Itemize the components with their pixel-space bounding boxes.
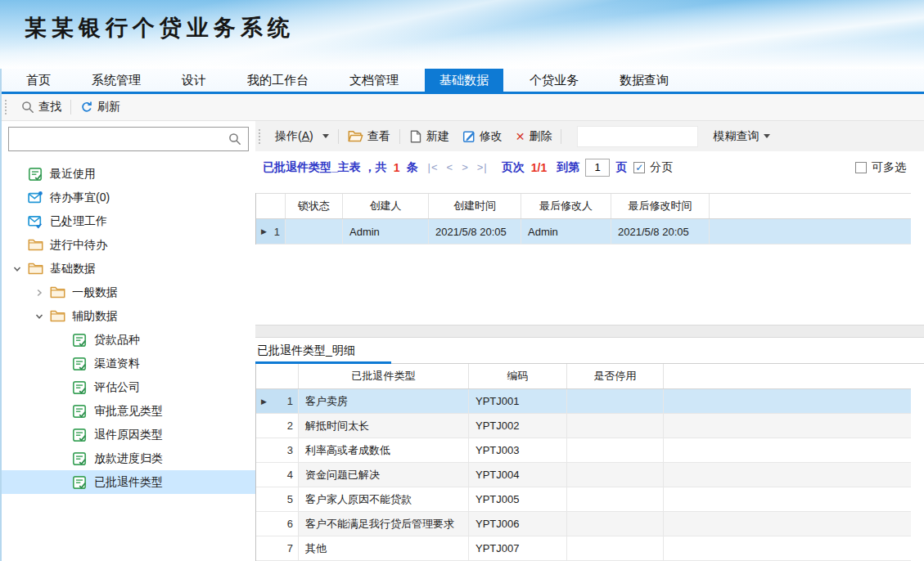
panel-separator[interactable] — [255, 325, 924, 338]
cell-modifier: Admin — [521, 219, 611, 244]
nav-tree: 最近使用 待办事宜(0) 已处理工作 进 — [2, 162, 255, 494]
tree-item-loan-variety[interactable]: 贷款品种 — [2, 328, 255, 352]
master-table-header: 锁状态 创建人 创建时间 最后修改人 最后修改时间 — [256, 193, 911, 219]
cell-code: YPTJ003 — [469, 438, 567, 462]
toolbar-grip[interactable] — [5, 100, 9, 114]
toolbar-divider — [70, 100, 71, 114]
row-selector[interactable]: 2 — [256, 414, 299, 438]
sidebar-search-input[interactable] — [9, 133, 228, 146]
row-selector[interactable]: ▶ 1 — [256, 219, 286, 244]
tab-basic-data[interactable]: 基础数据 — [425, 69, 503, 92]
action-menu-button[interactable]: 操作(A) — [268, 121, 336, 151]
tree-item-label: 进行中待办 — [50, 238, 107, 253]
cell-disabled — [567, 487, 664, 511]
chevron-down-icon[interactable] — [29, 312, 50, 321]
first-page-button[interactable]: |< — [428, 161, 439, 173]
refresh-button[interactable]: 刷新 — [74, 94, 127, 120]
multiselect-label: 可多选 — [872, 160, 906, 175]
row-selector[interactable]: 3 — [256, 438, 299, 462]
cell-code: YPTJ005 — [469, 487, 567, 511]
row-selector[interactable]: 6 — [256, 512, 299, 536]
tab-document-mgmt[interactable]: 文档管理 — [335, 69, 413, 92]
app-title: 某某银行个贷业务系统 — [25, 13, 295, 43]
toolbar-grip[interactable] — [259, 129, 263, 144]
tab-my-workbench[interactable]: 我的工作台 — [232, 69, 323, 92]
tree-item-loan-progress-class[interactable]: 放款进度归类 — [2, 447, 255, 470]
chevron-down-icon[interactable] — [7, 264, 28, 274]
tab-loan-business[interactable]: 个贷业务 — [515, 69, 593, 92]
new-document-icon — [409, 130, 422, 143]
master-table-title: 已批退件类型_主表 — [263, 160, 361, 175]
record-count: 1 — [394, 161, 400, 174]
prev-page-button[interactable]: < — [447, 161, 454, 173]
tree-item-todo[interactable]: 待办事宜(0) — [2, 186, 255, 209]
paging-label: 分页 — [650, 160, 673, 175]
tree-item-general-data[interactable]: 一般数据 — [2, 280, 255, 304]
row-number: 5 — [287, 493, 293, 505]
row-selector[interactable]: 4 — [256, 463, 299, 487]
column-header[interactable]: 创建时间 — [429, 194, 521, 218]
tree-item-inprogress[interactable]: 进行中待办 — [2, 233, 255, 257]
page-unit: 页 — [615, 160, 627, 175]
cell-code: YPTJ004 — [469, 463, 567, 487]
sidebar-search-box[interactable] — [8, 127, 249, 151]
cell-return-type: 其他 — [299, 536, 469, 560]
tree-item-approval-opinion-type[interactable]: 审批意见类型 — [2, 399, 255, 423]
paging-checkbox[interactable] — [633, 162, 645, 173]
column-header[interactable]: 锁状态 — [286, 194, 343, 218]
tree-item-channel-info[interactable]: 渠道资料 — [2, 352, 255, 375]
tree-item-label: 退件原因类型 — [94, 428, 163, 442]
new-button[interactable]: 新建 — [403, 121, 456, 151]
tab-system-mgmt[interactable]: 系统管理 — [77, 69, 156, 92]
folder-icon — [28, 261, 43, 276]
tree-item-basic-data[interactable]: 基础数据 — [2, 257, 255, 280]
row-selector[interactable]: ▶ 1 — [256, 389, 299, 413]
column-header[interactable]: 编码 — [469, 364, 567, 388]
refresh-label: 刷新 — [97, 100, 120, 114]
tree-item-label: 放款进度归类 — [94, 451, 163, 466]
goto-page-input[interactable] — [585, 159, 610, 177]
chevron-right-icon[interactable] — [29, 288, 50, 298]
tab-home[interactable]: 首页 — [11, 69, 65, 92]
quick-filter-input[interactable] — [577, 126, 698, 147]
tree-item-recent[interactable]: 最近使用 — [2, 162, 255, 186]
table-row[interactable]: 3 利率高或者成数低 YPTJ003 — [256, 438, 911, 463]
edit-button[interactable]: 修改 — [456, 121, 509, 151]
row-selector[interactable]: 5 — [256, 487, 299, 511]
next-page-button[interactable]: > — [462, 161, 469, 173]
toolbar-divider — [561, 129, 561, 144]
table-row[interactable]: ▶ 1 Admin 2021/5/8 20:05 Admin 2021/5/8 … — [256, 219, 911, 245]
delete-button[interactable]: ✕ 删除 — [509, 121, 559, 151]
page-value: 1/1 — [531, 161, 547, 174]
column-header[interactable]: 是否停用 — [567, 364, 664, 388]
table-row[interactable]: 7 其他 YPTJ007 — [256, 536, 911, 561]
column-header[interactable]: 最后修改时间 — [611, 194, 710, 218]
last-page-button[interactable]: >| — [477, 161, 488, 173]
tree-item-approved-return-type[interactable]: 已批退件类型 — [2, 470, 255, 494]
table-row[interactable]: 5 客户家人原因不能贷款 YPTJ005 — [256, 487, 911, 512]
detail-tab[interactable]: 已批退件类型_明细 — [255, 338, 391, 364]
multiselect-checkbox[interactable] — [855, 162, 867, 173]
multiselect-checkbox-block[interactable]: 可多选 — [855, 160, 906, 175]
table-row[interactable]: ▶ 1 客户卖房 YPTJ001 — [256, 389, 911, 414]
find-button[interactable]: 查找 — [15, 94, 68, 120]
view-button[interactable]: 查看 — [341, 121, 397, 151]
tree-item-eval-company[interactable]: 评估公司 — [2, 375, 255, 399]
row-selector[interactable]: 7 — [256, 536, 299, 560]
column-header[interactable]: 最后修改人 — [521, 194, 611, 218]
table-row[interactable]: 2 解抵时间太长 YPTJ002 — [256, 414, 911, 438]
table-row[interactable]: 6 客户不能满足我行贷后管理要求 YPTJ006 — [256, 512, 911, 536]
dropdown-arrow-icon — [322, 134, 329, 138]
column-header[interactable]: 创建人 — [343, 194, 429, 218]
tab-data-query[interactable]: 数据查询 — [605, 69, 683, 92]
tab-design[interactable]: 设计 — [167, 69, 221, 92]
tree-item-return-reason-type[interactable]: 退件原因类型 — [2, 423, 255, 447]
table-row[interactable]: 4 资金问题已解决 YPTJ004 — [256, 463, 911, 487]
paging-checkbox-block[interactable]: 分页 — [633, 160, 673, 175]
cell-creator: Admin — [343, 219, 429, 244]
search-icon[interactable] — [228, 132, 241, 146]
fuzzy-query-dropdown[interactable]: 模糊查询 — [708, 129, 775, 144]
tree-item-processed[interactable]: 已处理工作 — [2, 209, 255, 233]
column-header[interactable]: 已批退件类型 — [299, 364, 469, 388]
tree-item-aux-data[interactable]: 辅助数据 — [2, 304, 255, 328]
